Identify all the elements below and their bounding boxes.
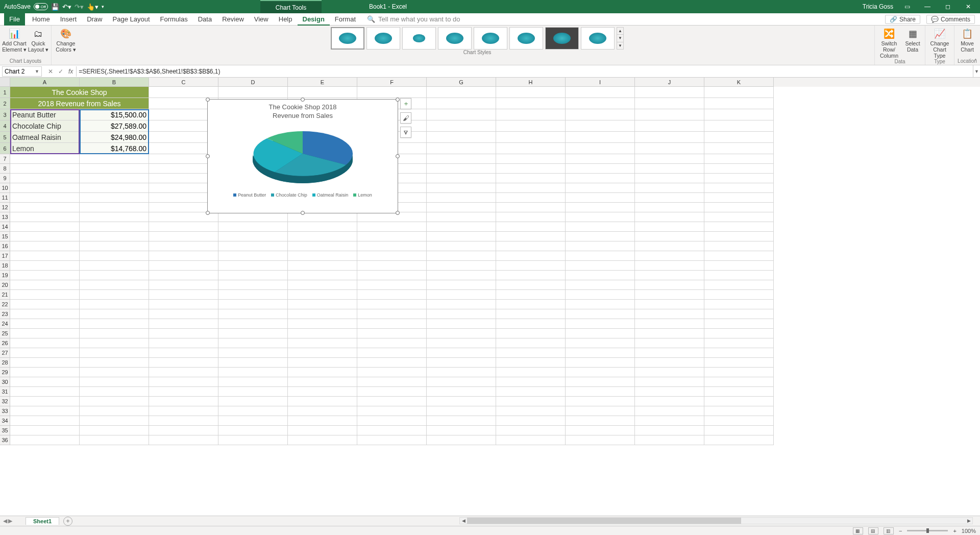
customize-qat-icon[interactable]: ▾ [102, 4, 104, 9]
row-header-28[interactable]: 28 [0, 358, 10, 368]
zoom-slider[interactable] [907, 530, 948, 531]
col-header-A[interactable]: A [10, 78, 80, 87]
col-header-G[interactable]: G [427, 78, 496, 87]
view-page-layout-icon[interactable]: ▤ [868, 527, 878, 534]
row-header-23[interactable]: 23 [0, 309, 10, 319]
view-normal-icon[interactable]: ▦ [853, 527, 863, 534]
sheet-nav-prev-icon[interactable]: ◀ [3, 518, 7, 524]
cell-A1[interactable]: The Cookie Shop [10, 87, 149, 98]
row-header-5[interactable]: 5 [0, 132, 10, 143]
row-header-7[interactable]: 7 [0, 154, 10, 164]
close-icon[interactable]: ✕ [962, 3, 975, 10]
cell-A2[interactable]: 2018 Revenue from Sales [10, 98, 149, 109]
quick-layout-button[interactable]: 🗂 Quick Layout ▾ [28, 27, 49, 53]
tab-review[interactable]: Review [217, 13, 249, 26]
chart-style-8[interactable] [581, 27, 615, 50]
col-header-H[interactable]: H [496, 78, 566, 87]
tab-view[interactable]: View [249, 13, 274, 26]
row-header-19[interactable]: 19 [0, 271, 10, 280]
cell-B3[interactable]: $15,500.00 [80, 109, 149, 120]
switch-row-column-button[interactable]: 🔀 Switch Row/ Column [877, 27, 901, 59]
hscroll-right-icon[interactable]: ▶ [965, 518, 972, 523]
row-header-14[interactable]: 14 [0, 222, 10, 232]
col-header-B[interactable]: B [80, 78, 149, 87]
chart-style-3[interactable] [402, 27, 436, 50]
col-header-K[interactable]: K [704, 78, 774, 87]
row-header-27[interactable]: 27 [0, 348, 10, 358]
cancel-formula-icon[interactable]: ✕ [46, 68, 55, 75]
tab-page-layout[interactable]: Page Layout [108, 13, 155, 26]
ribbon-display-options-icon[interactable]: ▭ [900, 3, 914, 10]
row-header-6[interactable]: 6 [0, 143, 10, 154]
tab-help[interactable]: Help [274, 13, 298, 26]
cell-B5[interactable]: $24,980.00 [80, 132, 149, 143]
change-chart-type-button[interactable]: 📈 Change Chart Type [927, 27, 952, 59]
row-header-34[interactable]: 34 [0, 416, 10, 426]
sheet-nav-next-icon[interactable]: ▶ [8, 518, 12, 524]
hscroll-left-icon[interactable]: ◀ [460, 518, 467, 523]
hscroll-thumb[interactable] [467, 518, 741, 524]
fx-icon[interactable]: fx [68, 68, 76, 75]
cell-C1[interactable] [149, 87, 218, 98]
share-button[interactable]: 🔗Share [885, 15, 920, 24]
row-header-1[interactable]: 1 [0, 87, 10, 98]
tab-design[interactable]: Design [298, 13, 330, 26]
tab-draw[interactable]: Draw [82, 13, 107, 26]
chart-title[interactable]: The Cookie Shop 2018 Revenue from Sales [208, 100, 398, 120]
add-chart-element-button[interactable]: 📊 Add Chart Element ▾ [2, 27, 27, 53]
zoom-level[interactable]: 100% [962, 528, 976, 534]
comments-button[interactable]: 💬Comments [926, 15, 975, 24]
row-header-30[interactable]: 30 [0, 377, 10, 387]
row-header-36[interactable]: 36 [0, 435, 10, 445]
zoom-out-icon[interactable]: − [899, 528, 902, 534]
sheet-tab-sheet1[interactable]: Sheet1 [26, 517, 59, 525]
maximize-icon[interactable]: ◻ [941, 3, 954, 10]
gallery-more[interactable]: ▼ [617, 42, 623, 49]
cell-B4[interactable]: $27,589.00 [80, 120, 149, 132]
row-header-13[interactable]: 13 [0, 212, 10, 222]
save-icon[interactable]: 💾 [51, 3, 59, 11]
row-header-17[interactable]: 17 [0, 251, 10, 261]
col-header-D[interactable]: D [218, 78, 288, 87]
tab-file[interactable]: File [4, 13, 25, 26]
new-sheet-button[interactable]: ＋ [63, 517, 72, 526]
col-header-J[interactable]: J [635, 78, 704, 87]
row-header-31[interactable]: 31 [0, 387, 10, 397]
name-box[interactable]: Chart 2 ▼ [2, 66, 42, 77]
tab-data[interactable]: Data [193, 13, 217, 26]
row-header-22[interactable]: 22 [0, 300, 10, 309]
redo-icon[interactable]: ↷▾ [75, 3, 84, 11]
col-header-E[interactable]: E [288, 78, 357, 87]
row-header-20[interactable]: 20 [0, 280, 10, 290]
formula-expand-icon[interactable]: ▼ [973, 65, 980, 77]
cell-A3[interactable]: Peanut Butter [10, 109, 80, 120]
tab-home[interactable]: Home [27, 13, 55, 26]
move-chart-button[interactable]: 📋 Move Chart [957, 27, 978, 53]
cell-B6[interactable]: $14,768.00 [80, 143, 149, 154]
chart-style-6[interactable] [509, 27, 543, 50]
row-header-11[interactable]: 11 [0, 193, 10, 203]
select-all-button[interactable] [0, 78, 10, 87]
tab-format[interactable]: Format [330, 13, 361, 26]
col-header-F[interactable]: F [357, 78, 427, 87]
row-header-32[interactable]: 32 [0, 397, 10, 406]
col-header-I[interactable]: I [566, 78, 635, 87]
row-header-33[interactable]: 33 [0, 406, 10, 416]
cell-A5[interactable]: Oatmeal Raisin [10, 132, 80, 143]
chart-filters-button[interactable]: ⛛ [400, 127, 411, 138]
toggle-switch[interactable]: Off [34, 3, 48, 10]
row-header-8[interactable]: 8 [0, 164, 10, 174]
undo-icon[interactable]: ↶▾ [62, 3, 71, 11]
row-header-4[interactable]: 4 [0, 120, 10, 132]
row-header-21[interactable]: 21 [0, 290, 10, 300]
user-name[interactable]: Tricia Goss [863, 3, 893, 10]
chart-styles-button[interactable]: 🖌 [400, 112, 411, 124]
select-data-button[interactable]: ▦ Select Data [902, 27, 923, 53]
row-header-9[interactable]: 9 [0, 174, 10, 183]
chart-elements-button[interactable]: ＋ [400, 98, 411, 109]
touch-mode-icon[interactable]: 👆▾ [87, 3, 99, 11]
chart-style-4[interactable] [438, 27, 472, 50]
row-header-24[interactable]: 24 [0, 319, 10, 329]
tell-me-search[interactable]: 🔍 Tell me what you want to do [367, 15, 460, 23]
row-header-25[interactable]: 25 [0, 329, 10, 338]
